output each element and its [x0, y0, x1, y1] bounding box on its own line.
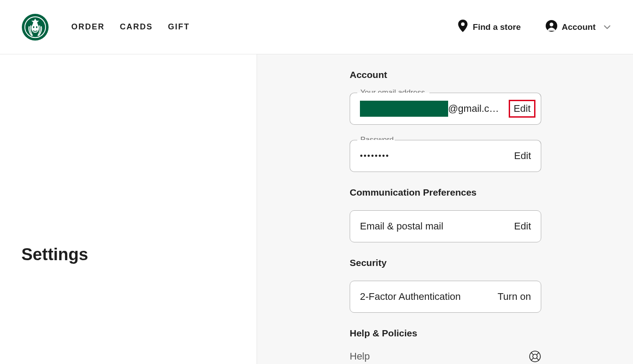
twofactor-label: 2-Factor Authentication	[360, 291, 461, 303]
site-header: ORDER CARDS GIFT Find a store Account	[0, 0, 633, 54]
section-title-security: Security	[350, 258, 541, 268]
svg-point-4	[36, 26, 37, 28]
location-pin-icon	[457, 20, 468, 34]
svg-point-3	[33, 26, 34, 28]
password-field: •••••••• Edit	[350, 140, 541, 172]
email-value: @gmail.c…	[360, 101, 499, 117]
find-store-label: Find a store	[473, 22, 521, 32]
nav-gift[interactable]: GIFT	[168, 22, 190, 32]
help-row[interactable]: Help	[350, 350, 541, 363]
svg-point-6	[550, 23, 553, 26]
section-title-comm: Communication Preferences	[350, 187, 541, 198]
email-field-wrap: Your email address @gmail.c… Edit	[350, 93, 541, 125]
password-field-wrap: Password •••••••• Edit	[350, 140, 541, 172]
chevron-down-icon	[603, 23, 612, 32]
email-redacted-portion	[360, 101, 448, 117]
nav-order[interactable]: ORDER	[71, 22, 105, 32]
password-edit-button[interactable]: Edit	[514, 150, 531, 162]
security-field-wrap: 2-Factor Authentication Turn on	[350, 281, 541, 313]
account-avatar-icon	[546, 20, 557, 34]
section-title-help: Help & Policies	[350, 328, 541, 339]
email-edit-button[interactable]: Edit	[509, 100, 535, 118]
starbucks-logo-icon[interactable]	[21, 13, 49, 41]
comm-field-wrap: Email & postal mail Edit	[350, 210, 541, 242]
svg-line-12	[537, 358, 539, 361]
help-label: Help	[350, 351, 370, 362]
password-value: ••••••••	[360, 151, 389, 161]
twofactor-turnon-button[interactable]: Turn on	[498, 291, 531, 303]
svg-line-9	[531, 352, 534, 355]
find-store-button[interactable]: Find a store	[457, 20, 521, 34]
svg-line-10	[537, 352, 539, 355]
email-field: @gmail.c… Edit	[350, 93, 541, 125]
email-suffix: @gmail.c…	[448, 103, 499, 115]
account-menu[interactable]: Account	[546, 20, 612, 34]
left-pane: Settings	[0, 54, 257, 364]
settings-content: Account Your email address @gmail.c… Edi…	[257, 54, 633, 364]
section-title-account: Account	[350, 70, 541, 80]
comm-label: Email & postal mail	[360, 221, 443, 232]
lifebuoy-icon	[529, 350, 541, 363]
primary-nav: ORDER CARDS GIFT	[71, 22, 190, 32]
account-label: Account	[562, 22, 596, 32]
twofactor-field: 2-Factor Authentication Turn on	[350, 281, 541, 313]
nav-cards[interactable]: CARDS	[120, 22, 153, 32]
svg-line-11	[531, 358, 534, 361]
page-title: Settings	[21, 245, 88, 264]
comm-edit-button[interactable]: Edit	[514, 221, 531, 232]
comm-field: Email & postal mail Edit	[350, 210, 541, 242]
